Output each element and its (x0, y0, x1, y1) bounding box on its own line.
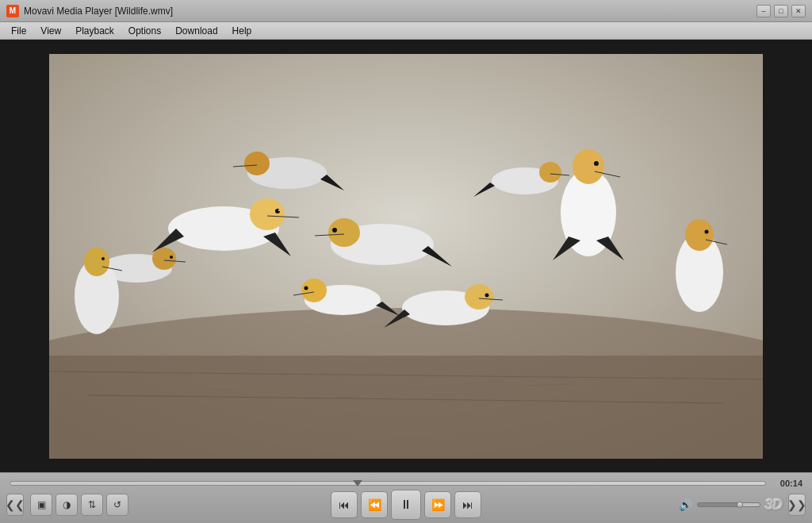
svg-point-31 (465, 284, 493, 310)
svg-point-8 (275, 209, 280, 213)
menu-help[interactable]: Help (226, 24, 259, 38)
volume-icon: 🔊 (679, 498, 692, 511)
buttons-row: ❮❮ ▣ ◑ ⇅ ↺ ⏮ ⏪ ⏸ ⏩ ⏭ 🔊 3D ❯❯ (0, 490, 812, 522)
menu-options[interactable]: Options (122, 24, 167, 38)
menu-download[interactable]: Download (169, 24, 224, 38)
svg-point-29 (705, 229, 709, 233)
left-controls: ▣ ◑ ⇅ ↺ (30, 494, 128, 516)
time-display: 00:14 (772, 479, 802, 488)
svg-point-27 (685, 219, 714, 251)
aspect-ratio-button[interactable]: ⇅ (81, 494, 103, 516)
menu-file[interactable]: File (5, 24, 33, 38)
title-bar: M Movavi Media Player [Wildlife.wmv] – □… (0, 0, 812, 22)
svg-point-9 (278, 210, 280, 211)
svg-point-34 (485, 293, 489, 297)
video-container (0, 40, 812, 472)
video-frame (0, 40, 812, 472)
pause-button[interactable]: ⏸ (391, 490, 421, 520)
forward-button[interactable]: ⏩ (424, 491, 451, 518)
menu-bar: File View Playback Options Download Help (0, 22, 812, 40)
skip-back-button[interactable]: ⏮ (331, 491, 358, 518)
maximize-button[interactable]: □ (774, 5, 788, 17)
svg-point-48 (301, 279, 327, 302)
expand-left-button[interactable]: ❮❮ (6, 494, 24, 516)
3d-badge: 3D (765, 497, 782, 513)
svg-point-4 (250, 198, 285, 230)
svg-point-20 (594, 161, 599, 166)
rewind-button[interactable]: ⏪ (361, 491, 388, 518)
svg-point-40 (84, 248, 109, 276)
menu-view[interactable]: View (34, 24, 67, 38)
seek-bar[interactable] (10, 481, 766, 486)
minimize-button[interactable]: – (756, 5, 771, 17)
volume-bar[interactable] (697, 502, 760, 507)
center-controls: ⏮ ⏪ ⏸ ⏩ ⏭ (331, 490, 481, 520)
seek-bar-row: 00:14 (0, 473, 812, 490)
controls-bar: 00:14 ❮❮ ▣ ◑ ⇅ ↺ ⏮ ⏪ ⏸ ⏩ ⏭ 🔊 3D ❯ (0, 472, 812, 523)
svg-point-42 (102, 257, 105, 260)
svg-point-44 (539, 162, 561, 183)
svg-rect-2 (49, 356, 763, 459)
svg-point-51 (304, 286, 308, 290)
menu-playback[interactable]: Playback (69, 24, 121, 38)
right-controls: 🔊 3D (679, 497, 782, 513)
screen-mode-button[interactable]: ▣ (30, 494, 52, 516)
app-icon: M (6, 5, 19, 17)
brightness-button[interactable]: ◑ (56, 494, 78, 516)
video-content (49, 54, 763, 459)
svg-point-14 (332, 228, 337, 233)
video-scene (49, 54, 763, 459)
expand-right-button[interactable]: ❯❯ (788, 494, 806, 516)
window-title: Movavi Media Player [Wildlife.wmv] (24, 6, 173, 17)
svg-point-16 (573, 149, 604, 184)
close-button[interactable]: ✕ (791, 5, 806, 17)
seek-thumb (353, 480, 362, 486)
svg-point-36 (244, 152, 270, 175)
svg-point-25 (170, 256, 173, 259)
skip-forward-button[interactable]: ⏭ (454, 491, 481, 518)
volume-thumb (737, 502, 743, 508)
svg-point-22 (152, 248, 176, 270)
svg-point-11 (328, 218, 360, 247)
title-bar-left: M Movavi Media Player [Wildlife.wmv] (6, 5, 173, 17)
window-controls: – □ ✕ (756, 5, 806, 17)
rotate-button[interactable]: ↺ (106, 494, 128, 516)
